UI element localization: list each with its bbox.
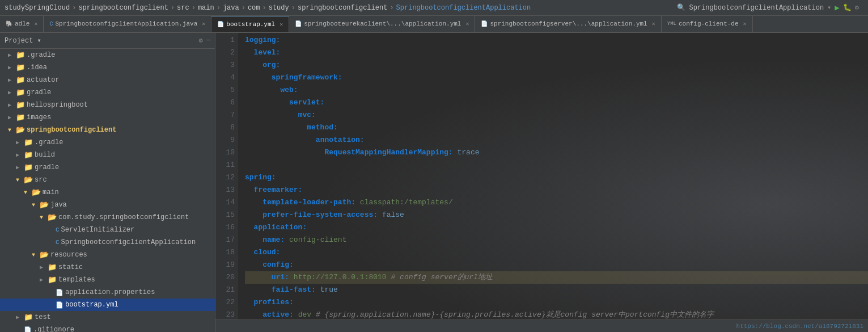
yml-icon-1: 📄: [217, 21, 224, 28]
tree-label-images: images: [27, 114, 51, 121]
tree-item-hellospringboot[interactable]: ▶ 📁 hellospringboot: [0, 99, 215, 111]
breadcrumb-bar: studySpringCloud › springbootconfigclien…: [0, 0, 868, 16]
arrow-templates: ▶: [40, 276, 48, 283]
code-panel[interactable]: logging: level: org: springframework:: [238, 33, 868, 320]
tree-item-gradle2[interactable]: ▶ 📁 gradle: [0, 86, 215, 99]
sidebar-settings-icon[interactable]: ⚙: [199, 36, 203, 45]
code-line-15: prefer-file-system-access: false: [245, 209, 868, 221]
breadcrumb-item-springbootconfigclient2[interactable]: springbootconfigclient: [298, 4, 387, 12]
gradle-icon: 🐘: [6, 20, 12, 27]
tree-item-com-study[interactable]: ▼ 📂 com.study.springbootconfigclient: [0, 211, 215, 224]
tree-item-static[interactable]: ▶ 📁 static: [0, 261, 215, 274]
tab-configserver-app[interactable]: 📄 springbootconfigserver\...\application…: [475, 16, 661, 32]
code-token: [378, 209, 382, 221]
code-token: servlet:: [289, 96, 324, 109]
folder-icon-gradle2: 📁: [16, 88, 25, 97]
java-file-icon-servletinitializer: C: [56, 226, 60, 233]
code-line-14: template-loader-path: classpath:/templat…: [245, 196, 868, 209]
code-line-12: spring:: [245, 171, 868, 184]
tree-item-inner-gradle2[interactable]: ▶ 📁 gradle: [0, 161, 215, 174]
tree-item-templates[interactable]: ▶ 📁 templates: [0, 274, 215, 286]
arrow-hellospringboot: ▶: [8, 102, 16, 108]
arrow-resources: ▼: [32, 252, 40, 258]
folder-icon-gradle: 📁: [16, 51, 25, 60]
breadcrumb-sep-5: ›: [242, 4, 245, 12]
debug-button[interactable]: 🐛: [843, 3, 852, 12]
run-button[interactable]: ▶: [835, 3, 839, 12]
arrow-idea: ▶: [8, 64, 16, 71]
search-icon[interactable]: 🔍: [677, 3, 685, 12]
code-token: # config server的url地址: [391, 271, 492, 284]
code-line-20: uri: http://127.0.0.1:8010 # config serv…: [245, 271, 868, 284]
sidebar-header-actions: ⚙ —: [199, 36, 210, 45]
tree-item-java[interactable]: ▼ 📂 java: [0, 199, 215, 211]
code-token: [387, 271, 391, 284]
coverage-button[interactable]: ⚙: [855, 3, 859, 12]
tree-item-springbootconfigclient[interactable]: ▼ 📂 springbootconfigclient: [0, 124, 215, 136]
tree-item-main[interactable]: ▼ 📂 main: [0, 186, 215, 199]
breadcrumb-item-springbootconfigclient[interactable]: springbootconfigclient: [78, 4, 168, 12]
tree-label-main: main: [43, 188, 59, 196]
code-token: active:: [262, 309, 294, 320]
tree-item-actuator[interactable]: ▶ 📁 actuator: [0, 74, 215, 86]
close-tab-bootstrap[interactable]: ✕: [280, 21, 283, 28]
breadcrumb-item-src[interactable]: src: [177, 4, 189, 12]
tab-eurekaclient-app[interactable]: 📄 springbooteurekaclient\...\application…: [289, 16, 475, 32]
folder-icon-src: 📂: [24, 175, 33, 184]
code-token: [245, 121, 307, 134]
tree-item-test[interactable]: ▶ 📁 test: [0, 311, 215, 323]
breadcrumb-item-java[interactable]: java: [223, 4, 239, 12]
breadcrumb-sep-4: ›: [217, 4, 221, 12]
close-tab-eurekaclient-app[interactable]: ✕: [465, 20, 469, 27]
code-token: profiles:: [254, 296, 294, 309]
tree-item-build[interactable]: ▶ 📁 build: [0, 149, 215, 161]
tab-bootstrap[interactable]: 📄 bootstrap.yml ✕: [211, 16, 289, 32]
tree-label-resources: resources: [50, 251, 87, 259]
close-tab-configclientde[interactable]: ✕: [743, 20, 747, 27]
tree-item-resources[interactable]: ▼ 📂 resources: [0, 249, 215, 261]
breadcrumb-item-study[interactable]: study: [269, 4, 289, 12]
code-token: method:: [307, 121, 338, 134]
tab-configclientde[interactable]: YML config-client-de ✕: [662, 16, 753, 32]
folder-icon-build: 📁: [24, 150, 33, 159]
code-line-6: servlet:: [245, 96, 868, 109]
code-token: web:: [280, 84, 298, 96]
tab-gradle-label: adle: [15, 20, 29, 27]
breadcrumb-item-app[interactable]: SpringbootconfigclientApplication: [396, 4, 531, 12]
close-tab-configserver-app[interactable]: ✕: [652, 20, 655, 27]
tree-item-gradle[interactable]: ▶ 📁 .gradle: [0, 49, 215, 61]
code-line-22: profiles:: [245, 296, 868, 309]
tree-item-idea[interactable]: ▶ 📁 .idea: [0, 61, 215, 74]
tab-springbootconfigclientapp[interactable]: C SpringbootconfigclientApplication.java…: [44, 16, 211, 32]
tree-item-servletinitializer[interactable]: C ServletInitializer: [0, 224, 215, 236]
breadcrumb-item-studyspringcloud[interactable]: studySpringCloud: [5, 4, 70, 12]
breadcrumb-item-com[interactable]: com: [248, 4, 260, 12]
code-token: [245, 84, 280, 96]
tab-gradle[interactable]: 🐘 adle ✕: [0, 16, 44, 32]
tree-item-application-props[interactable]: 📄 application.properties: [0, 286, 215, 299]
tree-item-bootstrap-yml[interactable]: 📄 bootstrap.yml: [0, 299, 215, 311]
code-token: [245, 221, 254, 234]
code-token: [294, 309, 298, 320]
code-token: prefer-file-system-access:: [262, 209, 378, 221]
run-config-dropdown[interactable]: ▾: [827, 3, 831, 12]
tree-item-src[interactable]: ▼ 📂 src: [0, 174, 215, 186]
close-tab-gradle[interactable]: ✕: [34, 20, 37, 27]
tree-item-springbootconfigclientapp[interactable]: C SpringbootconfigclientApplication: [0, 236, 215, 249]
tree-label-servletinitializer: ServletInitializer: [61, 226, 135, 234]
tree-label-templates: templates: [58, 276, 95, 284]
status-bar: https://blog.csdn.net/a18792721831: [215, 320, 868, 332]
sidebar-minimize-icon[interactable]: —: [206, 36, 210, 45]
tree-item-images[interactable]: ▶ 📁 images: [0, 111, 215, 124]
code-line-9: annotation:: [245, 134, 868, 146]
tree-label-springbootconfigclientapp: SpringbootconfigclientApplication: [61, 238, 196, 246]
breadcrumb-item-main[interactable]: main: [198, 4, 214, 12]
close-tab-springbootconfigclientapp[interactable]: ✕: [202, 20, 205, 27]
tree-item-inner-gradle[interactable]: ▶ 📁 .gradle: [0, 136, 215, 149]
code-token: [285, 234, 289, 246]
tree-label-hellospringboot: hellospringboot: [27, 101, 88, 109]
tree-item-gitignore[interactable]: 📄 .gitignore: [0, 323, 215, 332]
editor-content[interactable]: 1 2 3 4 5 6 7 8 9 10 11 12 13 14 15 16 1…: [215, 33, 868, 320]
yml-icon-4: YML: [667, 21, 676, 27]
code-token: [453, 146, 458, 159]
